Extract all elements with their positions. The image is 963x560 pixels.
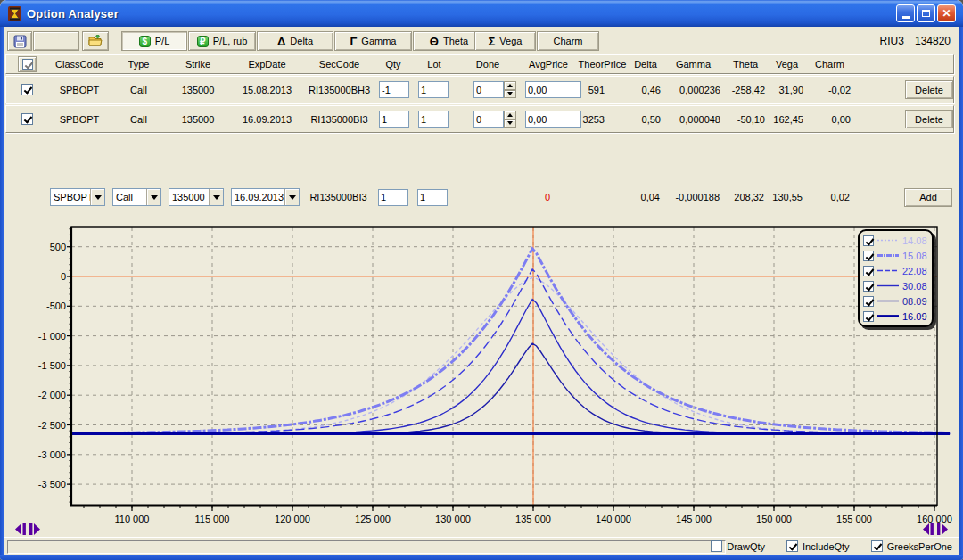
chart-pager-left[interactable] xyxy=(14,523,41,535)
theor_price-value: 3253 xyxy=(577,114,628,125)
enabled-cell xyxy=(6,106,48,132)
last-price: 134820 xyxy=(915,35,951,47)
column-header-delta: Delta xyxy=(628,59,663,70)
row-enabled-checkbox[interactable] xyxy=(21,113,33,125)
enabled-cell xyxy=(6,55,48,73)
charm-value: 0,02 xyxy=(805,192,852,202)
done-spinner[interactable] xyxy=(504,111,516,128)
theor_price-cell: 3253 xyxy=(577,106,628,132)
zero-line-over-legend xyxy=(856,276,935,276)
instrument-code: RIU3 xyxy=(880,35,904,47)
add-position-row: SPBOPTCall13500016.09.2013RI135000BI300,… xyxy=(5,185,954,210)
done-input[interactable] xyxy=(473,111,504,128)
tab-gamma[interactable]: ΓGamma xyxy=(334,31,412,51)
legend-label: 16.09 xyxy=(902,311,927,322)
save-button[interactable] xyxy=(7,31,32,51)
option-analyser-window: Option Analyser ✕ xyxy=(0,0,963,560)
spinner-up-button[interactable] xyxy=(504,81,516,90)
gamma-value: -0,000188 xyxy=(663,192,722,202)
legend-checkbox[interactable] xyxy=(863,296,874,307)
gamma-value: 0,000048 xyxy=(663,114,723,125)
qty-cell xyxy=(374,77,413,103)
chevron-down-icon[interactable] xyxy=(209,189,223,205)
chevron-down-icon[interactable] xyxy=(284,189,299,205)
ruble-icon: ₽ xyxy=(197,36,209,47)
type-cell: Call xyxy=(110,185,166,210)
spinner-down-button[interactable] xyxy=(504,119,516,128)
theta-cell: -258,42 xyxy=(723,77,768,103)
delete-position-button[interactable]: Delete xyxy=(905,80,953,99)
tab-delta[interactable]: ΔDelta xyxy=(257,31,333,51)
column-header-charm: Charm xyxy=(806,59,853,70)
strike-select[interactable]: 135000 xyxy=(169,188,224,206)
close-button[interactable]: ✕ xyxy=(937,4,956,22)
class_code-cell: SPBOPT xyxy=(48,106,111,132)
vega-cell: 130,55 xyxy=(767,185,805,210)
legend-checkbox[interactable] xyxy=(863,251,874,261)
select-all-checkbox[interactable] xyxy=(18,56,37,72)
lot-input[interactable] xyxy=(417,189,448,206)
exp_date-select[interactable]: 16.09.2013 xyxy=(231,188,300,206)
open-folder-button[interactable] xyxy=(82,31,109,51)
status-panel xyxy=(7,540,726,554)
blank-tool-button[interactable] xyxy=(33,31,79,51)
spinner-up-button[interactable] xyxy=(504,111,516,119)
column-header-vega: Vega xyxy=(768,59,806,70)
tab-pl[interactable]: $P/L xyxy=(121,31,187,51)
avg_price-input[interactable] xyxy=(525,81,581,98)
spinner-down-button[interactable] xyxy=(504,90,516,99)
legend-checkbox[interactable] xyxy=(863,266,874,276)
gamma-value: 0,000236 xyxy=(663,85,723,95)
row-enabled-checkbox[interactable] xyxy=(21,84,33,95)
tab-charm[interactable]: Charm xyxy=(537,31,599,51)
vega-cell: 162,45 xyxy=(768,106,806,132)
done-cell xyxy=(456,106,520,132)
includeqty-checkbox[interactable] xyxy=(786,540,798,552)
avg_price-cell: 0 xyxy=(519,185,576,210)
done-spinner[interactable] xyxy=(504,81,516,98)
window-title: Option Analyser xyxy=(27,7,119,21)
column-header-strike: Strike xyxy=(167,59,229,70)
delete-position-button[interactable]: Delete xyxy=(905,110,953,128)
svg-text:-2 500: -2 500 xyxy=(38,420,66,431)
vega-cell: 31,90 xyxy=(768,77,806,103)
theta-icon: Θ xyxy=(430,35,439,48)
qty-input[interactable] xyxy=(379,81,409,98)
minimize-button[interactable] xyxy=(896,4,915,22)
done-input[interactable] xyxy=(473,81,504,98)
tab-plrub[interactable]: ₽P/L, rub xyxy=(188,31,256,51)
lot-input[interactable] xyxy=(418,111,449,128)
legend-checkbox[interactable] xyxy=(863,311,874,322)
strike-value: 135000 xyxy=(167,85,229,95)
delta-cell: Delta xyxy=(628,55,663,73)
exp_date-cell: 16.09.2013 xyxy=(229,106,305,132)
column-header-qty: Qty xyxy=(374,59,413,70)
svg-text:-1 500: -1 500 xyxy=(38,360,66,371)
lot-input[interactable] xyxy=(418,81,449,98)
chevron-down-icon[interactable] xyxy=(146,189,160,205)
legend-checkbox[interactable] xyxy=(863,235,874,246)
down-arrow-icon xyxy=(507,121,513,125)
avg_price-cell: AvgPrice xyxy=(520,55,577,73)
sec-code-value: RI135000BI3 xyxy=(304,192,373,202)
type-select[interactable]: Call xyxy=(112,188,161,206)
tab-vega[interactable]: ΣVega xyxy=(474,31,536,51)
chevron-down-icon[interactable] xyxy=(90,189,104,205)
class_code-select[interactable]: SPBOPT xyxy=(50,188,105,206)
greeksperone-checkbox[interactable] xyxy=(871,540,883,552)
legend-checkbox[interactable] xyxy=(863,281,874,292)
qty-input[interactable] xyxy=(378,189,408,206)
svg-text:500: 500 xyxy=(50,242,66,252)
avg_price-input[interactable] xyxy=(525,111,581,128)
add-position-button[interactable]: Add xyxy=(904,188,952,207)
chart-pager-right[interactable] xyxy=(922,523,949,535)
delta-value: 0,04 xyxy=(627,192,663,202)
charm-value: 0,00 xyxy=(806,114,853,125)
title-bar[interactable]: Option Analyser ✕ xyxy=(0,0,963,27)
vega-cell: Vega xyxy=(768,55,806,73)
type-value: Call xyxy=(111,114,167,125)
maximize-button[interactable] xyxy=(917,4,935,22)
drawqty-checkbox[interactable] xyxy=(711,540,722,552)
legend-label: 14.08 xyxy=(902,235,927,246)
qty-input[interactable] xyxy=(379,111,409,128)
